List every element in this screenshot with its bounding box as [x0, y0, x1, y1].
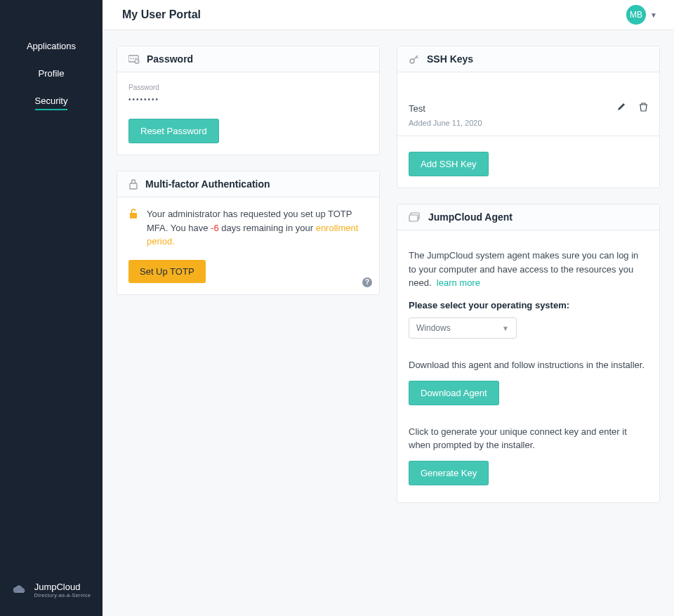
- os-selected-value: Windows: [416, 322, 451, 334]
- content: Password Password •••••••• Reset Passwor…: [103, 30, 674, 518]
- sidebar-item-applications[interactable]: Applications: [0, 32, 103, 60]
- sidebar-item-security[interactable]: Security: [0, 87, 103, 114]
- card-title: Multi-factor Authentication: [145, 178, 270, 190]
- card-title: SSH Keys: [427, 53, 473, 65]
- sidebar-item-profile[interactable]: Profile: [0, 60, 103, 87]
- sidebar: Applications Profile Security JumpCloud …: [0, 0, 103, 616]
- ssh-key-name: Test: [409, 103, 425, 114]
- svg-rect-8: [130, 183, 137, 189]
- os-label: Please select your operating system:: [409, 299, 648, 313]
- agent-icon: [409, 212, 421, 222]
- brand-tagline: Directory-as-a-Service: [34, 593, 91, 598]
- password-card: Password Password •••••••• Reset Passwor…: [117, 46, 380, 155]
- card-title: Password: [147, 53, 193, 65]
- os-select[interactable]: Windows ▼: [409, 317, 517, 339]
- mfa-alert: Your administrator has requested you set…: [128, 207, 368, 249]
- mfa-card: Multi-factor Authentication Your adminis…: [117, 171, 380, 295]
- svg-point-5: [133, 58, 134, 60]
- generate-key-button[interactable]: Generate Key: [409, 461, 489, 485]
- ssh-keys-card: SSH Keys Test Adde: [397, 46, 660, 188]
- lock-open-icon: [128, 208, 138, 249]
- card-header: SSH Keys: [397, 46, 659, 72]
- edit-icon[interactable]: [616, 102, 626, 114]
- topbar: My User Portal MB ▼: [103, 0, 674, 30]
- svg-point-4: [131, 58, 132, 60]
- password-field-label: Password: [128, 84, 368, 91]
- avatar: MB: [626, 5, 646, 25]
- mfa-days-remaining: -6: [211, 223, 219, 233]
- download-agent-button[interactable]: Download Agent: [409, 381, 499, 405]
- card-body: Your administrator has requested you set…: [117, 197, 379, 294]
- key-icon: [409, 53, 420, 65]
- chevron-down-icon: ▼: [502, 323, 509, 334]
- card-body: The JumpCloud system agent makes sure yo…: [397, 230, 659, 502]
- left-column: Password Password •••••••• Reset Passwor…: [117, 46, 380, 295]
- agent-description: The JumpCloud system agent makes sure yo…: [409, 249, 648, 290]
- svg-rect-12: [409, 215, 418, 221]
- sidebar-item-label: Security: [35, 96, 68, 110]
- setup-totp-button[interactable]: Set Up TOTP: [128, 260, 206, 283]
- main: My User Portal MB ▼ Password Password ••…: [103, 0, 674, 616]
- brand-name: JumpCloud: [34, 582, 91, 591]
- card-header: Password: [117, 46, 379, 72]
- user-menu[interactable]: MB ▼: [626, 5, 657, 25]
- card-header: JumpCloud Agent: [397, 204, 659, 230]
- mfa-alert-text-2: days remaining in your: [219, 223, 316, 233]
- help-icon[interactable]: ?: [362, 277, 372, 287]
- chevron-down-icon: ▼: [650, 11, 657, 19]
- download-instruction: Download this agent and follow instructi…: [409, 358, 648, 372]
- key-instruction: Click to generate your unique connect ke…: [409, 425, 648, 452]
- card-body: Password •••••••• Reset Password: [117, 72, 379, 155]
- ssh-key-row: Test: [397, 72, 659, 114]
- ssh-key-actions: [616, 102, 648, 114]
- card-title: JumpCloud Agent: [428, 211, 513, 223]
- card-body: Test Added June 11, 2020: [397, 72, 659, 188]
- sidebar-item-label: Profile: [39, 68, 65, 79]
- learn-more-link[interactable]: learn more: [437, 277, 480, 288]
- right-column: SSH Keys Test Adde: [397, 46, 660, 503]
- ssh-key-date: Added June 11, 2020: [397, 114, 659, 127]
- trash-icon[interactable]: [639, 102, 648, 114]
- page-title: My User Portal: [122, 8, 201, 21]
- card-header: Multi-factor Authentication: [117, 171, 379, 197]
- cloud-icon: [12, 584, 30, 596]
- sidebar-item-label: Applications: [27, 41, 76, 51]
- reset-password-button[interactable]: Reset Password: [128, 119, 219, 143]
- password-masked-value: ••••••••: [128, 96, 368, 103]
- agent-card: JumpCloud Agent The JumpCloud system age…: [397, 204, 660, 503]
- lock-icon: [128, 178, 138, 190]
- password-icon: [128, 54, 140, 64]
- sidebar-nav: Applications Profile Security: [0, 0, 103, 114]
- brand-logo: JumpCloud Directory-as-a-Service: [0, 582, 103, 598]
- add-ssh-key-button[interactable]: Add SSH Key: [409, 152, 489, 176]
- svg-rect-9: [130, 213, 137, 218]
